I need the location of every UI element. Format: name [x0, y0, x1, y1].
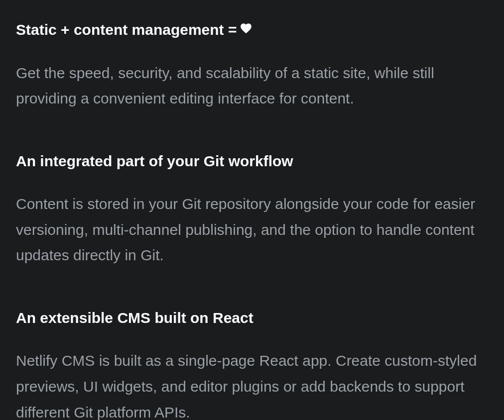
feature-heading-3: An extensible CMS built on React	[16, 308, 488, 328]
feature-section-1: Static + content management = Get the sp…	[16, 20, 488, 111]
feature-section-2: An integrated part of your Git workflow …	[16, 151, 488, 268]
feature-body-1: Get the speed, security, and scalability…	[16, 60, 488, 111]
feature-heading-text-2: An integrated part of your Git workflow	[16, 151, 293, 172]
feature-heading-2: An integrated part of your Git workflow	[16, 151, 488, 172]
feature-heading-1: Static + content management =	[16, 20, 488, 40]
heart-icon	[240, 20, 252, 40]
feature-body-2: Content is stored in your Git repository…	[16, 191, 488, 268]
feature-heading-text-3: An extensible CMS built on React	[16, 308, 253, 328]
feature-body-3: Netlify CMS is built as a single-page Re…	[16, 348, 488, 420]
feature-section-3: An extensible CMS built on React Netlify…	[16, 308, 488, 420]
feature-heading-text-1: Static + content management =	[16, 20, 237, 40]
